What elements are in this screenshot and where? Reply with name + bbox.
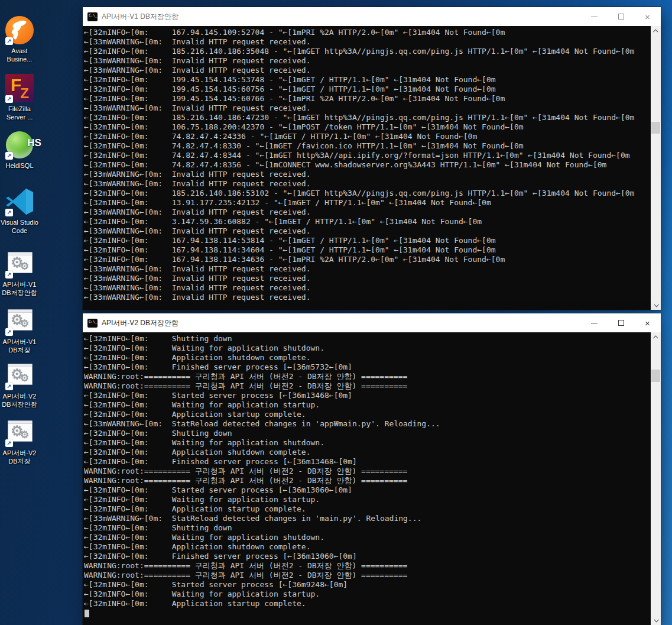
- minimize-button[interactable]: [581, 313, 608, 332]
- maximize-button[interactable]: [608, 7, 634, 26]
- desktop-icon-heidisql[interactable]: HS ↗ HeidiSQL: [0, 130, 39, 170]
- desktop-icon-avast[interactable]: ↗ Avast Busine...: [0, 15, 39, 63]
- gear-icon: ⚙: [20, 429, 29, 441]
- gear-icon: ⚙: [20, 318, 29, 330]
- console-line: ←[32mINFO←[0m: 199.45.154.145:53748 - "←…: [84, 75, 661, 85]
- console-line: ←[32mINFO←[0m: Started server process [←…: [84, 485, 661, 495]
- console-line: ←[32mINFO←[0m: Started server process [←…: [84, 580, 661, 590]
- titlebar[interactable]: C:\_ API서버-V1 DB저장안함 ×: [83, 7, 661, 26]
- maximize-icon: [618, 320, 624, 326]
- console-line: ←[33mWARNING←[0m: Invalid HTTP request r…: [84, 179, 661, 189]
- console-output[interactable]: ←[32mINFO←[0m: Shutting down←[32mINFO←[0…: [83, 332, 661, 625]
- scroll-down-icon[interactable]: [651, 300, 661, 310]
- gear-icon: ⚙: [20, 372, 29, 384]
- console-line: ←[33mWARNING←[0m: Invalid HTTP request r…: [84, 66, 661, 75]
- shortcut-arrow-icon: ↗: [5, 209, 13, 216]
- console-line: WARNING:root:========== 구리청과 API 서버 (버전2…: [84, 372, 661, 381]
- console-line: ←[32mINFO←[0m: Waiting for application s…: [84, 438, 661, 448]
- desktop-icon-api-v1-db[interactable]: ⚙ ⚙ ↗ API서버-V1 DB저장: [0, 306, 39, 354]
- console-lines: ←[32mINFO←[0m: 167.94.145.109:52704 - "←…: [84, 28, 661, 302]
- console-line: ←[33mWARNING←[0m: Invalid HTTP request r…: [84, 56, 661, 66]
- window-title: API서버-V2 DB저장안함: [102, 318, 581, 328]
- label-line: DB저장안함: [0, 289, 39, 297]
- console-line: ←[32mINFO←[0m: Shutting down: [84, 429, 661, 438]
- heidisql-hs-text: HS: [20, 137, 49, 149]
- console-line: WARNING:root:========== 구리청과 API 서버 (버전2…: [84, 381, 661, 391]
- scrollbar-thumb[interactable]: [651, 370, 660, 382]
- desktop-icon-filezilla-server[interactable]: F Z ↗ FileZilla Server ...: [0, 73, 39, 121]
- scroll-down-icon[interactable]: [651, 615, 661, 625]
- console-line: ←[33mWARNING←[0m: Invalid HTTP request r…: [84, 283, 661, 293]
- console-line: ←[33mWARNING←[0m: Invalid HTTP request r…: [84, 170, 661, 179]
- shortcut-arrow-icon: ↗: [5, 152, 13, 160]
- console-line: ←[32mINFO←[0m: Finished server process […: [84, 457, 661, 467]
- shortcut-arrow-icon: ↗: [5, 328, 13, 336]
- scroll-up-icon[interactable]: [651, 26, 661, 36]
- console-line: WARNING:root:========== 구리청과 API 서버 (버전2…: [84, 467, 661, 476]
- maximize-icon: [618, 14, 624, 20]
- vertical-scrollbar[interactable]: [651, 332, 661, 625]
- scrollbar-thumb[interactable]: [651, 122, 660, 134]
- batch-window: ⚙ ⚙: [8, 364, 33, 385]
- desktop-icon-api-v2-db[interactable]: ⚙ ⚙ ↗ API서버-V2 DB저장: [0, 417, 39, 465]
- console-line: ←[32mINFO←[0m: 106.75.188.200:42370 - "←…: [84, 122, 661, 132]
- minimize-button[interactable]: [581, 7, 608, 26]
- close-button[interactable]: ×: [634, 313, 661, 332]
- label-line: API서버-V1: [0, 280, 39, 289]
- console-line: ←[32mINFO←[0m: 74.82.47.4:8344 - "←[1mGE…: [84, 151, 661, 160]
- batch-gears-icon: ⚙ ⚙ ↗: [5, 417, 34, 447]
- cmd-icon: C:\_: [87, 12, 98, 21]
- desktop-icon-api-v2-nodb[interactable]: ⚙ ⚙ ↗ API서버-V2 DB저장안함: [0, 361, 39, 409]
- console-line: ←[33mWARNING←[0m: Invalid HTTP request r…: [84, 264, 661, 274]
- label-line: Visual Studio: [0, 218, 39, 226]
- console-line: ←[32mINFO←[0m: Finished server process […: [84, 362, 661, 372]
- filezilla-letter-z: Z: [20, 85, 29, 102]
- console-line: ←[32mINFO←[0m: Application startup compl…: [84, 599, 661, 608]
- label-line: API서버-V2: [0, 392, 39, 400]
- desktop-icon-label: API서버-V1 DB저장: [0, 338, 39, 354]
- terminal-cursor: [85, 610, 89, 617]
- gear-icon: ⚙: [20, 260, 29, 273]
- scroll-up-icon[interactable]: [651, 332, 661, 342]
- label-line: FileZilla: [0, 105, 39, 113]
- console-line: ←[33mWARNING←[0m: StatReload detected ch…: [84, 419, 661, 429]
- desktop-icon-label: API서버-V2 DB저장: [0, 449, 39, 465]
- label-line: Code: [0, 226, 39, 235]
- batch-window: ⚙ ⚙: [8, 252, 33, 273]
- maximize-button[interactable]: [608, 313, 634, 332]
- console-line: ←[32mINFO←[0m: Application shutdown comp…: [84, 353, 661, 362]
- console-line: ←[32mINFO←[0m: Finished server process […: [84, 552, 661, 561]
- label-line: HeidiSQL: [0, 161, 39, 170]
- desktop-icon-label: FileZilla Server ...: [0, 105, 39, 121]
- console-line: ←[32mINFO←[0m: 167.94.138.114:34636 - "←…: [84, 255, 661, 264]
- console-line: ←[32mINFO←[0m: Waiting for application s…: [84, 495, 661, 504]
- console-output[interactable]: ←[32mINFO←[0m: 167.94.145.109:52704 - "←…: [83, 26, 661, 310]
- console-lines: ←[32mINFO←[0m: Shutting down←[32mINFO←[0…: [84, 334, 661, 608]
- console-line: ←[32mINFO←[0m: 13.91.177.235:42132 - "←[…: [84, 198, 661, 208]
- desktop-icon-label: Visual Studio Code: [0, 218, 39, 235]
- label-line: API서버-V1: [0, 338, 39, 346]
- console-line: WARNING:root:========== 구리청과 API 서버 (버전2…: [84, 561, 661, 571]
- desktop-icon-label: Avast Busine...: [0, 47, 39, 63]
- desktop-icon-vscode[interactable]: ↗ Visual Studio Code: [0, 187, 39, 235]
- shortcut-arrow-icon: ↗: [5, 439, 13, 447]
- console-line: ←[32mINFO←[0m: Waiting for application s…: [84, 344, 661, 353]
- console-line: ←[32mINFO←[0m: 167.94.145.109:52704 - "←…: [84, 28, 661, 37]
- console-line: ←[32mINFO←[0m: Waiting for application s…: [84, 400, 661, 410]
- console-line: ←[32mINFO←[0m: 199.45.154.145:60756 - "←…: [84, 85, 661, 94]
- desktop-icon-api-v1-nodb[interactable]: ⚙ ⚙ ↗ API서버-V1 DB저장안함: [0, 249, 39, 297]
- console-line: ←[32mINFO←[0m: Waiting for application s…: [84, 533, 661, 542]
- titlebar[interactable]: C:\_ API서버-V2 DB저장안함 ×: [83, 313, 661, 332]
- batch-window: ⚙ ⚙: [8, 309, 33, 331]
- console-line: ←[32mINFO←[0m: Shutting down: [84, 334, 661, 344]
- batch-gears-icon: ⚙ ⚙ ↗: [5, 249, 34, 279]
- label-line: Avast: [0, 47, 39, 55]
- label-line: API서버-V2: [0, 449, 39, 457]
- console-line: ←[32mINFO←[0m: 199.45.154.145:60766 - "←…: [84, 94, 661, 103]
- console-line: ←[33mWARNING←[0m: Invalid HTTP request r…: [84, 37, 661, 47]
- vertical-scrollbar[interactable]: [651, 26, 661, 310]
- batch-gears-icon: ⚙ ⚙ ↗: [5, 361, 34, 390]
- close-button[interactable]: ×: [634, 7, 661, 26]
- console-line: ←[32mINFO←[0m: Application startup compl…: [84, 410, 661, 419]
- desktop-icon-label: API서버-V2 DB저장안함: [0, 392, 39, 409]
